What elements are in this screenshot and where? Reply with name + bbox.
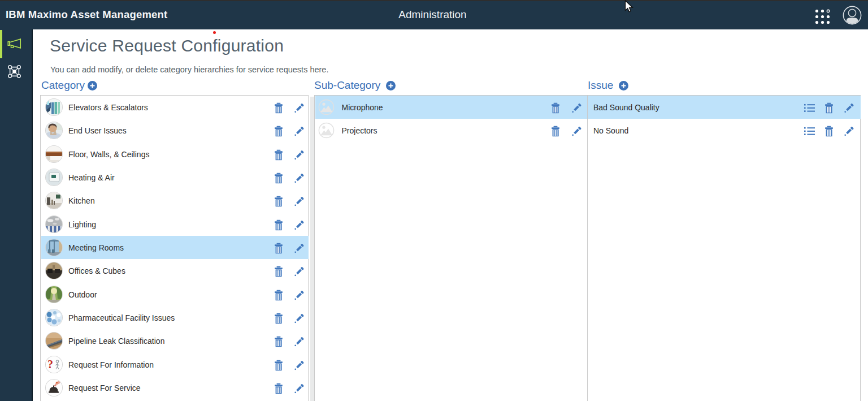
svg-text:?: ? [47, 358, 53, 370]
